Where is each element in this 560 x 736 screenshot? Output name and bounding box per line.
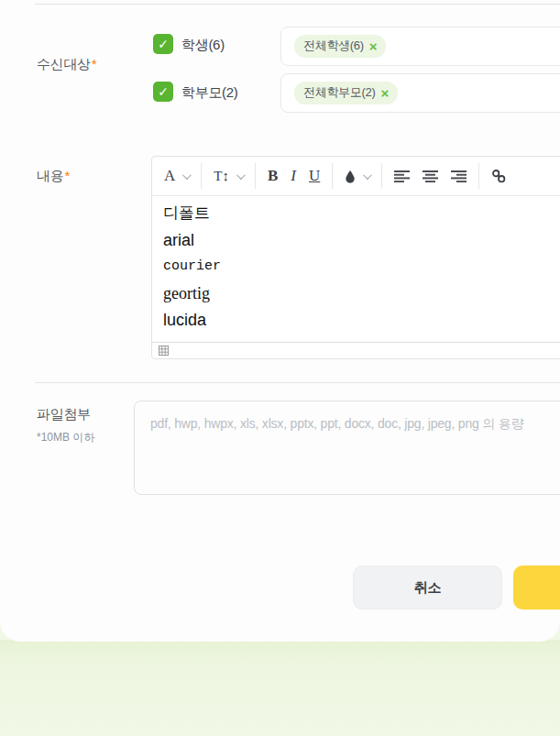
- align-center-icon: [423, 170, 438, 182]
- toolbar-divider: [332, 163, 333, 189]
- align-right-button[interactable]: [445, 162, 473, 190]
- attachment-label: 파일첨부: [37, 406, 91, 423]
- font-family-button[interactable]: A: [158, 162, 195, 190]
- remove-tag-icon[interactable]: ×: [369, 39, 377, 53]
- font-size-label: T↕: [214, 169, 229, 184]
- align-left-icon: [394, 170, 410, 182]
- file-dropzone[interactable]: pdf, hwp, hwpx, xls, xlsx, pptx, ppt, do…: [134, 401, 560, 495]
- editor-line: courier: [163, 258, 560, 276]
- parents-tag: 전체학부모(2) ×: [294, 82, 398, 104]
- attachment-size-note: *10MB 이하: [37, 430, 94, 445]
- link-icon: [491, 169, 506, 183]
- check-icon: ✓: [158, 37, 169, 51]
- content-label: 내용*: [37, 168, 70, 185]
- align-center-button[interactable]: [416, 162, 445, 190]
- chevron-down-icon: [236, 170, 246, 180]
- check-icon: ✓: [158, 84, 169, 99]
- cancel-button[interactable]: 취소: [353, 566, 502, 610]
- message-compose-form: 수신대상* ✓ 학생(6) 전체학생(6) × ✓ 학부모(2) 전체학부모(2…: [0, 0, 560, 736]
- align-left-button[interactable]: [388, 162, 416, 190]
- editor-line: geortig: [163, 284, 560, 302]
- parents-checkbox-label[interactable]: 학부모(2): [181, 84, 238, 102]
- bold-button[interactable]: B: [261, 162, 284, 190]
- toolbar-divider: [381, 163, 382, 189]
- content-label-text: 내용: [37, 168, 63, 183]
- align-right-icon: [451, 170, 467, 182]
- toolbar-divider: [478, 163, 479, 189]
- page-background: [0, 640, 560, 736]
- editor-content[interactable]: 디폴트 arial courier geortig lucida: [152, 196, 560, 342]
- editor-status-bar: [152, 342, 560, 358]
- text-color-button[interactable]: [338, 162, 376, 190]
- students-tag: 전체학생(6) ×: [294, 35, 386, 58]
- rich-text-editor: A T↕ B I U: [151, 156, 560, 359]
- required-mark: *: [64, 168, 70, 183]
- file-dropzone-placeholder: pdf, hwp, hwpx, xls, xlsx, pptx, ppt, do…: [150, 416, 523, 433]
- chevron-down-icon: [363, 170, 372, 180]
- submit-button[interactable]: [513, 566, 560, 610]
- editor-line: lucida: [163, 311, 560, 329]
- font-size-button[interactable]: T↕: [207, 162, 249, 190]
- tag-label: 전체학생(6): [303, 38, 364, 54]
- students-tag-input[interactable]: 전체학생(6) ×: [280, 27, 560, 66]
- recipients-label: 수신대상*: [37, 56, 96, 73]
- chevron-down-icon: [182, 170, 192, 180]
- italic-button[interactable]: I: [284, 162, 302, 190]
- editor-line: 디폴트: [163, 204, 560, 223]
- remove-tag-icon[interactable]: ×: [381, 86, 389, 100]
- form-card: 수신대상* ✓ 학생(6) 전체학생(6) × ✓ 학부모(2) 전체학부모(2…: [0, 0, 560, 642]
- resize-grid-icon[interactable]: [159, 346, 169, 356]
- recipients-label-text: 수신대상: [37, 56, 91, 71]
- editor-toolbar: A T↕ B I U: [152, 157, 560, 196]
- parents-tag-input[interactable]: 전체학부모(2) ×: [280, 73, 560, 113]
- editor-line: arial: [163, 231, 560, 249]
- font-family-label: A: [164, 167, 175, 185]
- section-divider: [35, 382, 560, 383]
- students-checkbox[interactable]: ✓: [153, 34, 173, 54]
- tag-label: 전체학부모(2): [303, 84, 376, 101]
- toolbar-divider: [201, 163, 202, 189]
- required-mark: *: [92, 56, 97, 71]
- droplet-icon: [345, 170, 356, 183]
- link-button[interactable]: [485, 162, 512, 190]
- toolbar-divider: [255, 163, 256, 189]
- parents-checkbox[interactable]: ✓: [153, 82, 173, 102]
- students-checkbox-label[interactable]: 학생(6): [181, 37, 225, 54]
- underline-button[interactable]: U: [302, 162, 326, 190]
- section-divider: [35, 4, 560, 5]
